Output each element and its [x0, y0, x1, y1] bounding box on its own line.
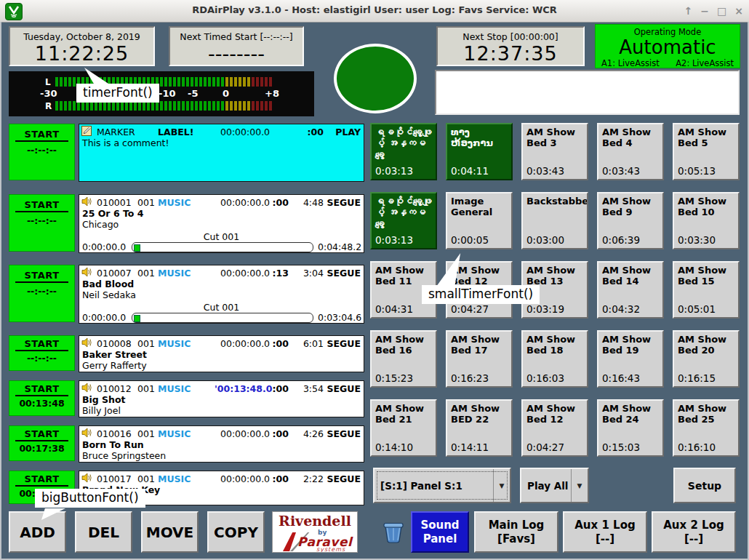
speaker-icon — [81, 383, 92, 395]
panel-button[interactable]: AM Show Bed 50:05:13 — [673, 123, 740, 180]
panel-button[interactable]: ရခဝိုင်ချွေ့ဖျုပ့် အနှကမချွေ0:03:13 — [370, 123, 437, 180]
start-button[interactable]: START --:--:-- — [9, 194, 75, 252]
setup-button[interactable]: Setup — [673, 468, 736, 503]
play-mode-combo[interactable]: Play All ▼ — [520, 468, 589, 503]
log-row: START 00:17:38 010016 001 MUSIC 00:00:00… — [9, 425, 364, 463]
log-event-cart[interactable]: 010008 001 MUSIC 00:00:00.0 :00 6:01 SEG… — [79, 335, 364, 372]
panel-select-value: [S:1] Panel S:1 — [374, 480, 493, 492]
audio-level-meter: L -30 -10 -5 0 +8 R — [9, 71, 314, 116]
panel-button[interactable]: ရခဝိုင်ချွေ့ဖျုပ့် အနှကမချွေ0:03:13 — [370, 192, 437, 249]
start-button[interactable]: START 00:17:38 — [9, 425, 75, 461]
log-row: START 00:13:48 010012 001 MUSIC '00:13:4… — [9, 380, 364, 417]
small-timer-font-callout: smallTimerFont() — [422, 285, 540, 304]
log-row: START --:--:-- MARKER LABEL! 00:00:00.0 … — [9, 124, 364, 182]
speaker-icon — [81, 473, 92, 485]
panel-button[interactable]: AM Show Bed 200:16:15 — [673, 330, 740, 388]
next-stop-value: 12:37:35 — [438, 42, 583, 65]
panel-button[interactable]: Image General0:00:05 — [446, 192, 513, 249]
speaker-icon — [81, 337, 92, 350]
chevron-down-icon[interactable]: ▼ — [493, 469, 510, 502]
timer-font-callout: timerFont() — [76, 84, 159, 103]
log-row: START --:--:-- 010007 001 MUSIC 00:00:00… — [9, 265, 364, 324]
wall-clock-panel: Tuesday, October 8, 2019 11:22:25 — [9, 26, 155, 66]
operating-mode-value: Automatic — [596, 37, 740, 57]
meter-right-label: R — [45, 101, 52, 111]
panel-button[interactable]: AM Show Bed 240:15:03 — [597, 399, 664, 457]
panel-button[interactable]: AM Show Bed 180:16:03 — [521, 330, 588, 388]
next-stop-panel: Next Stop [00:00:00] 12:37:35 — [436, 26, 585, 66]
clock-date: Tuesday, October 8, 2019 — [10, 28, 153, 42]
log-event-marker[interactable]: MARKER LABEL! 00:00:00.0 :00 PLAY This i… — [79, 124, 364, 182]
meter-tick: 0 — [223, 88, 229, 99]
meter-tick: -30 — [40, 88, 57, 99]
speaker-icon — [81, 428, 92, 440]
speaker-icon — [81, 267, 92, 279]
panel-button[interactable]: AM Show Bed 120:04:27 — [521, 399, 588, 457]
window-title: RDAirPlay v3.1.0 - Host: elastigirl User… — [0, 4, 749, 15]
big-button-font-callout: bigButtonFont() — [35, 489, 145, 508]
panel-button[interactable]: AM Show Bed 140:04:32 — [597, 261, 664, 319]
aux1-mode: A1: LiveAssist — [601, 58, 660, 68]
panel-button[interactable]: AM Show Bed 30:03:43 — [521, 123, 588, 180]
log-event-cart[interactable]: 010012 001 MUSIC '00:13:48.0 :00 3:54 SE… — [79, 380, 364, 417]
window-controls: ↑ − □ × — [684, 4, 743, 18]
panel-button[interactable]: AM Show Bed 40:03:43 — [597, 123, 664, 180]
meter-left-label: L — [45, 77, 51, 87]
panel-button[interactable]: AM Show BED 220:14:11 — [446, 399, 513, 457]
chevron-down-icon[interactable]: ▼ — [571, 469, 588, 502]
panel-select-combo[interactable]: [S:1] Panel S:1 ▼ — [373, 468, 511, 503]
panel-button[interactable]: AM Show Bed 190:16:43 — [597, 330, 664, 388]
start-button[interactable]: START --:--:-- — [9, 124, 75, 180]
operating-mode-label: Operating Mode — [596, 25, 740, 37]
minimize-window-button[interactable]: − — [700, 4, 709, 18]
meter-tick: -5 — [188, 88, 198, 99]
delete-button[interactable]: DEL — [75, 511, 132, 553]
start-button[interactable]: START --:--:-- — [9, 335, 75, 371]
panel-button[interactable]: AM Show Bed 170:16:23 — [446, 330, 513, 388]
add-button[interactable]: ADD — [9, 511, 66, 553]
copy-button[interactable]: COPY — [207, 511, 265, 553]
aux2-log-button[interactable]: Aux 2 Log [--] — [652, 511, 736, 553]
titlebar: RDAirPlay v3.1.0 - Host: elastigirl User… — [0, 0, 749, 23]
panel-button[interactable]: AM Show Bed 210:14:10 — [370, 399, 437, 457]
progress-fill — [134, 244, 140, 252]
rivendell-wordmark: Rivendell — [273, 513, 357, 529]
close-window-button[interactable]: × — [734, 4, 743, 18]
log-row: START --:--:-- 010008 001 MUSIC 00:00:00… — [9, 335, 364, 372]
panel-button[interactable]: AM Show Bed 160:15:23 — [370, 330, 437, 388]
next-timed-start-panel: Next Timed Start [--:--:--] -------- — [169, 26, 304, 66]
panel-button[interactable]: Backstabber0:03:00 — [521, 192, 588, 249]
move-button[interactable]: MOVE — [141, 511, 199, 553]
speaker-icon — [81, 196, 92, 209]
meter-tick: +8 — [265, 88, 279, 99]
panel-button[interactable]: AM Show Bed 250:16:10 — [673, 399, 740, 457]
sound-panel-button[interactable]: Sound Panel — [411, 511, 469, 553]
shade-window-button[interactable]: ↑ — [684, 4, 693, 18]
next-stop-label: Next Stop [00:00:00] — [438, 28, 583, 42]
start-button[interactable]: START 00:13:48 — [9, 380, 75, 416]
operating-mode-button[interactable]: Operating Mode Automatic A1: LiveAssist … — [595, 24, 740, 68]
play-mode-value: Play All — [521, 480, 571, 492]
panel-button[interactable]: ທາງຫ້ອງການ0:04:11 — [446, 123, 513, 180]
panel-button[interactable]: AM Show Bed 100:03:30 — [673, 192, 740, 249]
main-log-button[interactable]: Main Log [Favs] — [474, 511, 558, 553]
pie-counter-circle — [334, 44, 417, 113]
next-timed-start-value: -------- — [170, 42, 303, 65]
log-event-cart[interactable]: 010016 001 MUSIC 00:00:00.0 :00 4:26 SEG… — [79, 425, 364, 463]
aux2-mode: A2: LiveAssist — [676, 58, 734, 68]
message-area — [435, 70, 740, 115]
start-button[interactable]: START --:--:-- — [9, 265, 75, 322]
note-marker-icon — [81, 126, 92, 138]
panel-button[interactable]: AM Show Bed 90:06:39 — [597, 192, 664, 249]
maximize-window-button[interactable]: □ — [717, 4, 726, 18]
meter-tick: -10 — [159, 88, 176, 99]
trash-icon[interactable] — [380, 519, 406, 545]
clock-time: 11:22:25 — [10, 42, 153, 65]
log-event-cart[interactable]: 010007 001 MUSIC 00:00:00.0 :13 3:04 SEG… — [79, 265, 364, 324]
rivendell-paravel-logo: Rivendell by Paravel systems — [272, 511, 358, 553]
log-event-cart[interactable]: 010001 001 MUSIC 00:00:00.0 :00 4:48 SEG… — [79, 194, 364, 253]
log-row: START --:--:-- 010001 001 MUSIC 00:00:00… — [9, 194, 364, 253]
aux1-log-button[interactable]: Aux 1 Log [--] — [563, 511, 647, 553]
next-timed-start-label: Next Timed Start [--:--:--] — [170, 28, 303, 42]
panel-button[interactable]: AM Show Bed 150:05:01 — [673, 261, 740, 319]
